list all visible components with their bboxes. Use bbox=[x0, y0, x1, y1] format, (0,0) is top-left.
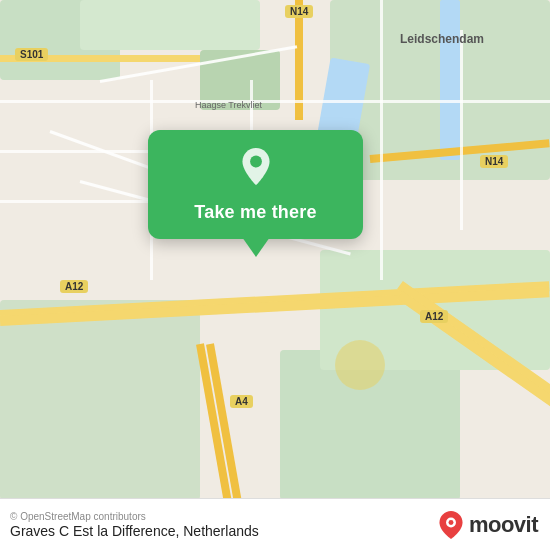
copyright-text: © OpenStreetMap contributors bbox=[10, 511, 259, 522]
moovit-pin-icon bbox=[437, 511, 465, 539]
park-area-3 bbox=[0, 300, 200, 500]
map-container: S101 A12 A12 A4 N14 N14 Leidschendam Haa… bbox=[0, 0, 550, 550]
bottom-bar: © OpenStreetMap contributors Graves C Es… bbox=[0, 498, 550, 550]
label-a12: A12 bbox=[60, 280, 88, 293]
label-n14-top: N14 bbox=[285, 5, 313, 18]
city-label-leidschendam: Leidschendam bbox=[400, 32, 484, 46]
label-a12-2: A12 bbox=[420, 310, 448, 323]
local-road-v3 bbox=[380, 0, 383, 280]
bottom-left-info: © OpenStreetMap contributors Graves C Es… bbox=[10, 511, 259, 539]
label-a4: A4 bbox=[230, 395, 253, 408]
moovit-brand-text: moovit bbox=[469, 512, 538, 538]
svg-point-0 bbox=[250, 156, 262, 168]
location-name: Graves C Est la Difference, Netherlands bbox=[10, 523, 259, 539]
svg-point-2 bbox=[448, 520, 453, 525]
junction-circle bbox=[335, 340, 385, 390]
moovit-logo: moovit bbox=[437, 511, 538, 539]
take-me-there-button[interactable]: Take me there bbox=[194, 202, 316, 223]
popup-card: Take me there bbox=[148, 130, 363, 239]
park-area-2 bbox=[80, 0, 260, 50]
street-label-haagse: Haagse Trekvliet bbox=[195, 100, 262, 110]
canal-2 bbox=[440, 0, 460, 160]
label-n14-right: N14 bbox=[480, 155, 508, 168]
location-pin-icon bbox=[234, 148, 278, 192]
local-road-1 bbox=[0, 100, 550, 103]
local-road-v4 bbox=[460, 30, 463, 230]
label-s101: S101 bbox=[15, 48, 48, 61]
map-background: S101 A12 A12 A4 N14 N14 Leidschendam Haa… bbox=[0, 0, 550, 498]
